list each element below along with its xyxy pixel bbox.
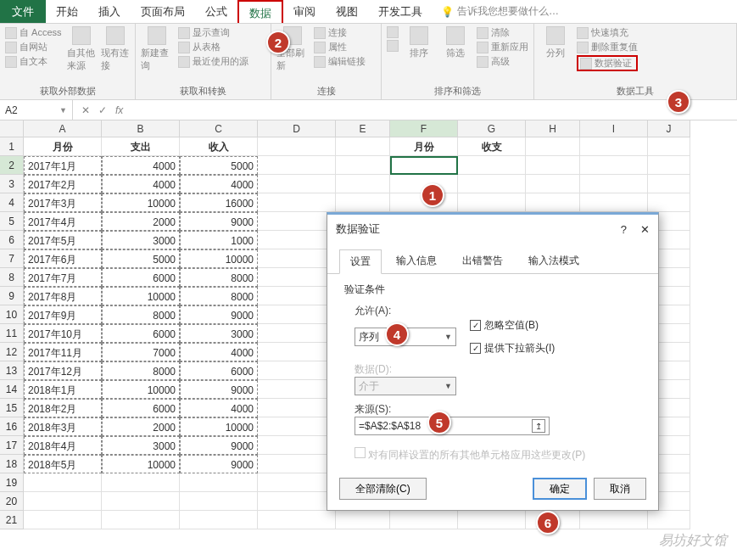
cell[interactable]: 10000	[180, 249, 258, 268]
cell[interactable]: 月份	[24, 137, 102, 156]
cell[interactable]	[580, 193, 648, 212]
row-header[interactable]: 16	[0, 417, 24, 436]
cell[interactable]: 6000	[180, 361, 258, 380]
cell[interactable]: 4000	[180, 399, 258, 417]
cell[interactable]	[180, 511, 258, 529]
cell[interactable]: 2018年4月	[24, 436, 102, 455]
cell[interactable]: 2018年1月	[24, 380, 102, 399]
cell[interactable]: 2017年5月	[24, 231, 102, 249]
tell-me-search[interactable]: 💡 告诉我您想要做什么…	[441, 4, 559, 19]
cell[interactable]	[458, 193, 526, 212]
btn-clear-filter[interactable]: 清除	[477, 26, 528, 39]
col-header-A[interactable]: A	[24, 120, 102, 137]
btn-text-to-columns[interactable]: 分列	[539, 26, 572, 59]
cell[interactable]	[24, 511, 102, 529]
close-icon[interactable]: ✕	[640, 223, 650, 236]
row-header[interactable]: 5	[0, 212, 24, 231]
col-header-C[interactable]: C	[180, 120, 258, 137]
cell[interactable]: 2017年6月	[24, 249, 102, 268]
cell[interactable]	[258, 455, 336, 473]
cell[interactable]	[390, 511, 458, 529]
row-header[interactable]: 9	[0, 287, 24, 305]
btn-connections[interactable]: 连接	[314, 26, 366, 39]
cell[interactable]	[390, 156, 458, 175]
btn-remove-duplicates[interactable]: 删除重复值	[577, 41, 638, 53]
cell[interactable]: 2017年3月	[24, 193, 102, 212]
cell[interactable]: 2017年1月	[24, 156, 102, 175]
cell[interactable]	[258, 137, 336, 156]
cell[interactable]	[258, 212, 336, 231]
btn-sort[interactable]: 排序	[404, 26, 435, 59]
col-header-I[interactable]: I	[580, 120, 648, 137]
cell[interactable]: 月份	[390, 137, 458, 156]
cancel-button[interactable]: 取消	[594, 478, 646, 500]
clear-all-button[interactable]: 全部清除(C)	[339, 478, 427, 500]
dlg-tab-ime[interactable]: 输入法模式	[517, 249, 590, 273]
tab-page-layout[interactable]: 页面布局	[131, 0, 195, 23]
cell[interactable]	[258, 268, 336, 287]
btn-from-table[interactable]: 从表格	[178, 41, 248, 53]
cell[interactable]: 收支	[458, 137, 526, 156]
btn-reapply[interactable]: 重新应用	[477, 41, 528, 53]
btn-flash-fill[interactable]: 快速填充	[577, 26, 638, 39]
cell[interactable]	[258, 380, 336, 399]
row-header[interactable]: 13	[0, 361, 24, 380]
cell[interactable]: 3000	[102, 436, 180, 455]
row-header[interactable]: 11	[0, 324, 24, 343]
col-header-D[interactable]: D	[258, 120, 336, 137]
cell[interactable]: 4000	[102, 156, 180, 175]
cell[interactable]	[648, 511, 690, 529]
btn-show-queries[interactable]: 显示查询	[178, 26, 248, 39]
cell[interactable]: 5000	[180, 156, 258, 175]
cell[interactable]	[526, 175, 580, 193]
cell[interactable]	[526, 193, 580, 212]
cell[interactable]	[180, 473, 258, 492]
cell[interactable]: 9000	[180, 305, 258, 324]
row-header[interactable]: 18	[0, 455, 24, 473]
cell[interactable]: 3000	[180, 324, 258, 343]
cell[interactable]: 5000	[102, 249, 180, 268]
dlg-tab-input-msg[interactable]: 输入信息	[385, 249, 448, 273]
row-header[interactable]: 19	[0, 473, 24, 492]
cell[interactable]	[258, 231, 336, 249]
chevron-down-icon[interactable]: ▼	[59, 106, 67, 115]
cell[interactable]: 2017年4月	[24, 212, 102, 231]
cell[interactable]	[258, 175, 336, 193]
cell[interactable]	[336, 511, 390, 529]
tab-insert[interactable]: 插入	[88, 0, 131, 23]
cell[interactable]	[24, 473, 102, 492]
cell[interactable]: 8000	[180, 268, 258, 287]
cell[interactable]	[648, 175, 690, 193]
cell[interactable]: 6000	[102, 268, 180, 287]
cell[interactable]	[102, 473, 180, 492]
row-header[interactable]: 8	[0, 268, 24, 287]
cell[interactable]	[258, 511, 336, 529]
cell[interactable]	[258, 343, 336, 361]
cell[interactable]: 4000	[180, 175, 258, 193]
row-header[interactable]: 10	[0, 305, 24, 324]
cell[interactable]	[648, 137, 690, 156]
tab-data[interactable]: 数据	[237, 0, 283, 23]
col-header-G[interactable]: G	[458, 120, 526, 137]
tab-view[interactable]: 视图	[326, 0, 368, 23]
cell[interactable]: 2000	[102, 212, 180, 231]
cell[interactable]: 1000	[180, 231, 258, 249]
cell[interactable]	[102, 511, 180, 529]
cell[interactable]	[458, 511, 526, 529]
cell[interactable]	[580, 175, 648, 193]
cell[interactable]	[258, 492, 336, 511]
cell[interactable]: 10000	[180, 417, 258, 436]
range-select-icon[interactable]: ↥	[532, 419, 545, 433]
btn-filter[interactable]: 筛选	[440, 26, 472, 59]
cell[interactable]	[258, 249, 336, 268]
col-header-F[interactable]: F	[390, 120, 458, 137]
row-header[interactable]: 21	[0, 511, 24, 529]
cell[interactable]	[336, 156, 390, 175]
tab-developer[interactable]: 开发工具	[368, 0, 433, 23]
cell[interactable]: 7000	[102, 343, 180, 361]
cell[interactable]: 2018年2月	[24, 399, 102, 417]
cell[interactable]: 支出	[102, 137, 180, 156]
dlg-tab-error-alert[interactable]: 出错警告	[451, 249, 514, 273]
cell[interactable]	[526, 137, 580, 156]
cell[interactable]	[102, 492, 180, 511]
